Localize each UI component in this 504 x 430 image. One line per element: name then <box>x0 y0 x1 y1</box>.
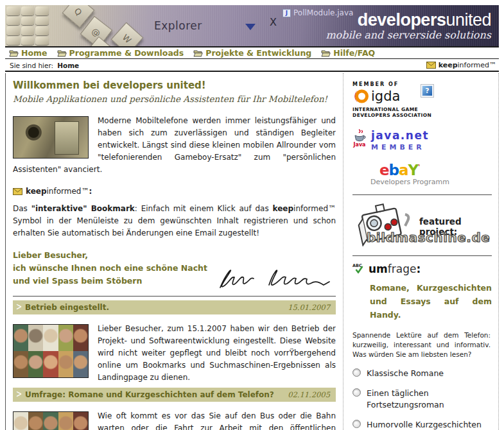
envelope-icon <box>426 62 436 69</box>
nav-item-home[interactable]: Home <box>9 48 48 58</box>
brand-bold: developers <box>358 10 446 30</box>
keepinformed-colon: : <box>89 187 92 196</box>
news-title: Betrieb eingestellt. <box>25 303 109 312</box>
keepinformed-bold: keep <box>439 61 458 69</box>
nav-item-hilfe-faq[interactable]: Hilfe/FAQ <box>321 48 375 58</box>
page-title: Willkommen bei developers united! <box>13 80 336 91</box>
nav-item-projekte-entwicklung[interactable]: Projekte & Entwicklung <box>193 48 311 58</box>
radio-button[interactable] <box>352 388 361 397</box>
question-mark-glyph: ? <box>422 85 433 96</box>
keyboard-key-photo: W <box>111 22 144 46</box>
news-item: Wie oft kommt es vor das Sie auf den Bus… <box>13 410 336 430</box>
signature-image <box>210 262 332 293</box>
poll-subtitle: Romane, Kurzgeschichten und Essays auf d… <box>370 281 492 322</box>
site-logo: developersunited mobile and serverside s… <box>326 11 491 41</box>
folder-icon <box>9 49 19 57</box>
chevron-right-icon: > <box>16 388 22 400</box>
folder-icon <box>321 49 331 57</box>
nav-label: Projekte & Entwicklung <box>205 48 311 58</box>
poll-option-label: Klassische Romane <box>367 368 444 379</box>
ebay-letter: a <box>399 162 408 178</box>
news-item: Lieber Besucher, zum 15.1.2007 haben wir… <box>13 323 336 384</box>
nav-label: Hilfe/FAQ <box>333 48 375 58</box>
radio-button[interactable] <box>352 420 361 428</box>
intro-section: Moderne Mobiltelefone werden immer leist… <box>13 115 336 176</box>
key-label: Q <box>73 6 83 17</box>
keepinformed-rest: informed <box>458 61 489 69</box>
news-title: Umfrage: Romane und Kurzgeschichten auf … <box>25 390 274 399</box>
mobile-phone-photo <box>13 116 89 159</box>
ki-text: Das <box>13 204 31 213</box>
ebay-logo: ebaY' <box>379 161 493 176</box>
ebay-letter: e <box>379 162 389 178</box>
ebay-badge[interactable]: ebaY' Developers Programm <box>379 161 493 186</box>
keepinformed-paragraph: Das "interaktive" Bookmark: Einfach mit … <box>13 203 336 239</box>
ki-text: : Einfach mit einem Klick auf das <box>135 204 273 213</box>
divider <box>352 194 492 195</box>
close-x-glyph: X <box>270 16 277 28</box>
brand-light: united <box>446 10 491 30</box>
breadcrumb-bar: Sie sind hier: Home keepinformed™ <box>5 60 499 72</box>
ebay-subtitle: Developers Programm <box>370 178 493 186</box>
poll-heading: ABC umfrage: <box>352 262 493 275</box>
poll-option-kurzgeschichten[interactable]: Humorvolle Kurzgeschichten <box>352 419 493 430</box>
nav-item-programme-downloads[interactable]: Programme & Downloads <box>57 48 184 58</box>
keepinformed-tm: ™ <box>489 61 496 69</box>
main-column: Willkommen bei developers united! Mobile… <box>5 73 343 430</box>
ki-bold-bookmark: "interaktive" Bookmark <box>31 204 135 213</box>
news-date: 15.01.2007 <box>288 303 330 312</box>
divider <box>13 296 336 297</box>
poll-option-label: Einen täglichen Fortsetzungsroman <box>367 388 476 411</box>
breadcrumb-current[interactable]: Home <box>57 62 79 69</box>
java-cup-icon: Java <box>352 129 367 148</box>
keepinformed-heading: keepinformed™: <box>13 187 336 196</box>
poll-option-label: Humorvolle Kurzgeschichten <box>367 419 482 430</box>
main-navigation: Home Programme & Downloads Projekte & En… <box>5 46 499 59</box>
breadcrumb-prefix: Sie sind hier: <box>10 62 53 69</box>
keepinformed-bold: keep <box>26 187 47 196</box>
ebay-mark: ' <box>418 164 419 171</box>
java-wordmark: Java <box>354 142 366 148</box>
javanet-title: java.net <box>371 129 429 142</box>
ebay-letter: b <box>389 162 399 178</box>
igda-sub-line: DEVELOPERS ASSOCIATION <box>352 112 493 118</box>
envelope-icon <box>13 188 22 195</box>
java-file-icon: J <box>282 9 291 17</box>
abc-check-icon: ABC <box>352 263 365 275</box>
phone-keypad-photo <box>6 6 49 45</box>
chevron-right-icon: > <box>16 300 22 313</box>
igda-logo-icon <box>352 88 369 105</box>
content-area: Willkommen bei developers united! Mobile… <box>5 73 499 430</box>
broken-image-icon: ? <box>421 84 434 98</box>
header-banner: Q @ W A Explorer X J PollModule.java dev… <box>5 5 499 46</box>
dropdown-triangle-icon <box>245 24 256 30</box>
explorer-screen-text: Explorer <box>154 19 202 32</box>
keepinformed-button[interactable]: keepinformed™ <box>426 61 496 69</box>
featured-project[interactable]: featured project: bildmaschine.de <box>352 199 493 254</box>
javanet-member: MEMBER <box>371 143 429 151</box>
keepinformed-rest: informed <box>47 187 82 196</box>
news-date: 02.11.2005 <box>288 390 330 399</box>
page-subtitle: Mobile Applikationen und persönliche Ass… <box>13 94 336 104</box>
poll-option-klassische-romane[interactable]: Klassische Romane <box>352 368 493 379</box>
key-label: @ <box>90 26 102 39</box>
news-header: > Umfrage: Romane und Kurzgeschichten au… <box>13 388 336 402</box>
faces-collage-photo <box>13 411 89 430</box>
keepinformed-tm: ™ <box>81 187 89 196</box>
javanet-badge[interactable]: Java java.net MEMBER <box>352 129 493 151</box>
greeting-line: Lieber Besucher, <box>13 249 336 262</box>
poll-title-rest: frage <box>388 262 417 275</box>
featured-project-name: bildmaschine.de <box>367 230 490 245</box>
brand-tagline: mobile and serverside solutions <box>326 30 491 41</box>
radio-button[interactable] <box>352 368 361 377</box>
divider <box>352 255 492 256</box>
nav-label: Home <box>21 48 48 58</box>
key-label: W <box>121 32 134 45</box>
folder-icon <box>57 49 67 57</box>
poll-title-colon: : <box>416 262 421 275</box>
igda-name: igda <box>371 89 400 104</box>
poll-option-fortsetzungsroman[interactable]: Einen täglichen Fortsetzungsroman <box>352 388 493 411</box>
ebay-letter: Y <box>408 162 419 178</box>
faces-collage-photo <box>13 324 89 378</box>
igda-subtitle: INTERNATIONAL GAME DEVELOPERS ASSOCIATIO… <box>352 107 493 118</box>
